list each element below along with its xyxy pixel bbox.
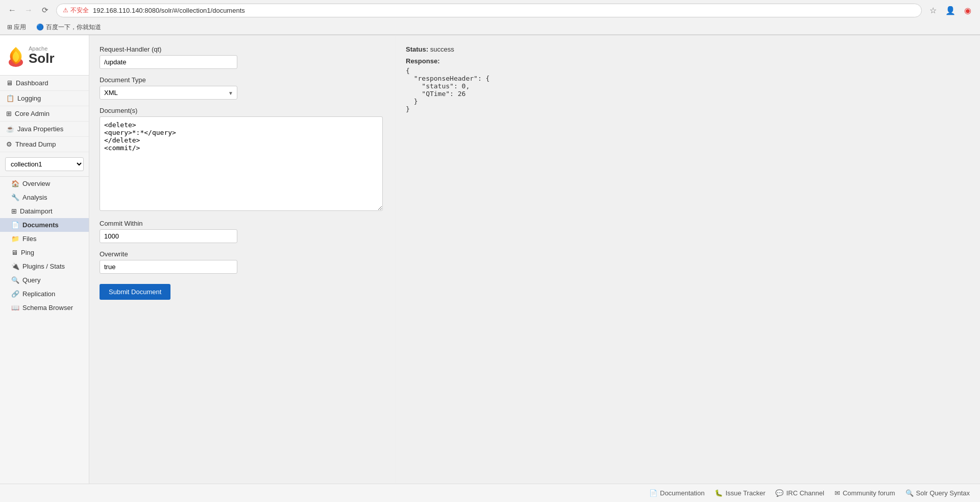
sidebar-sub-item-schema-browser[interactable]: 📖 Schema Browser [0, 301, 89, 315]
main-container: Apache Solr 🖥 Dashboard 📋 Logging ⊞ Core… [0, 35, 980, 484]
forward-button[interactable]: → [21, 3, 36, 17]
sidebar-sub-item-analysis[interactable]: 🔧 Analysis [0, 190, 89, 204]
sidebar-label-schema-browser: Schema Browser [22, 304, 73, 312]
bookmark-baidu[interactable]: 🔵 百度一下，你就知道 [34, 22, 103, 33]
documents-label: Document(s) [100, 107, 385, 114]
dataimport-icon: ⊞ [11, 207, 17, 215]
sidebar-sub-item-query[interactable]: 🔍 Query [0, 273, 89, 287]
sidebar-label-ping: Ping [21, 249, 34, 256]
sidebar-item-java-properties[interactable]: ☕ Java Properties [0, 122, 89, 137]
footer-link-irc-channel[interactable]: 💬 IRC Channel [775, 489, 824, 497]
sidebar-label-documents: Documents [22, 221, 59, 229]
sidebar-item-thread-dump[interactable]: ⚙ Thread Dump [0, 137, 89, 152]
collection-select[interactable]: collection1 [5, 157, 84, 171]
sidebar-label-overview: Overview [22, 180, 50, 187]
footer-label-solr-query-syntax: Solr Query Syntax [916, 489, 970, 497]
refresh-button[interactable]: ⟳ [38, 3, 52, 17]
request-handler-row: Request-Handler (qt) [100, 45, 385, 69]
right-panel: Request-Handler (qt) Document Type XML J… [89, 35, 980, 484]
url-text: 192.168.110.140:8080/solr/#/collection1/… [93, 7, 245, 14]
response-body: { "responseHeader": { "status": 0, "QTim… [406, 67, 970, 113]
status-value: success [430, 45, 454, 53]
commit-within-label: Commit Within [100, 220, 385, 227]
documentation-icon: 📄 [649, 489, 657, 497]
footer: 📄 Documentation 🐛 Issue Tracker 💬 IRC Ch… [0, 484, 980, 502]
page-wrapper: ← → ⟳ ⚠ 不安全 192.168.110.140:8080/solr/#/… [0, 0, 980, 502]
sidebar-label-plugins-stats: Plugins / Stats [22, 262, 65, 270]
logo-text-area: Apache Solr [29, 45, 55, 65]
close-button[interactable]: ◉ [961, 3, 975, 17]
dashboard-icon: 🖥 [6, 79, 13, 87]
sidebar-sub-item-replication[interactable]: 🔗 Replication [0, 287, 89, 301]
files-icon: 📁 [11, 235, 19, 243]
logo-solr: Solr [29, 52, 55, 65]
community-forum-icon: ✉ [835, 489, 840, 497]
sidebar-item-dashboard[interactable]: 🖥 Dashboard [0, 76, 89, 91]
document-type-select[interactable]: XML JSON CSV Document Builder [100, 86, 237, 100]
request-handler-label: Request-Handler (qt) [100, 45, 385, 53]
collection-selector-wrap: collection1 [0, 152, 89, 177]
sidebar-label-logging: Logging [17, 94, 41, 102]
address-bar[interactable]: ⚠ 不安全 192.168.110.140:8080/solr/#/collec… [56, 4, 922, 17]
solr-flame-icon [5, 43, 27, 67]
sidebar-label-query: Query [22, 276, 40, 284]
bookmark-apps[interactable]: ⊞ 应用 [5, 22, 28, 33]
documents-textarea[interactable]: <delete> <query>*:*</query> </delete> <c… [100, 116, 383, 211]
response-label: Response: [406, 57, 439, 65]
sidebar-sub-item-dataimport[interactable]: ⊞ Dataimport [0, 204, 89, 218]
nav-buttons: ← → ⟳ [5, 3, 52, 17]
submit-document-button[interactable]: Submit Document [100, 284, 170, 300]
sidebar-label-dashboard: Dashboard [16, 79, 48, 87]
sidebar-label-files: Files [22, 235, 36, 243]
footer-link-solr-query-syntax[interactable]: 🔍 Solr Query Syntax [905, 489, 970, 497]
documents-form: Request-Handler (qt) Document Type XML J… [89, 35, 396, 484]
response-area: Status: success Response: { "responseHea… [396, 35, 980, 484]
java-properties-icon: ☕ [6, 125, 14, 133]
logging-icon: 📋 [6, 94, 14, 102]
overwrite-input[interactable] [100, 260, 237, 274]
footer-link-documentation[interactable]: 📄 Documentation [649, 489, 704, 497]
schema-browser-icon: 📖 [11, 304, 19, 312]
sidebar-sub-item-files[interactable]: 📁 Files [0, 232, 89, 246]
sidebar-label-dataimport: Dataimport [20, 207, 53, 215]
overwrite-label: Overwrite [100, 250, 385, 258]
status-label: Status: [406, 45, 428, 53]
toolbar-right: ☆ 👤 ◉ [926, 3, 975, 17]
footer-link-issue-tracker[interactable]: 🐛 Issue Tracker [715, 489, 765, 497]
documents-row: Document(s) <delete> <query>*:*</query> … [100, 107, 385, 212]
plugins-stats-icon: 🔌 [11, 262, 19, 270]
sidebar-sub-item-documents[interactable]: 📄 Documents [0, 218, 89, 232]
document-type-row: Document Type XML JSON CSV Document Buil… [100, 76, 385, 100]
footer-label-community-forum: Community forum [843, 489, 895, 497]
sidebar-item-logging[interactable]: 📋 Logging [0, 91, 89, 106]
request-handler-input[interactable] [100, 55, 237, 69]
overwrite-row: Overwrite [100, 250, 385, 274]
sidebar-label-thread-dump: Thread Dump [15, 140, 56, 148]
documents-icon: 📄 [11, 221, 19, 229]
solr-query-syntax-icon: 🔍 [905, 489, 914, 497]
bookmarks-bar: ⊞ 应用 🔵 百度一下，你就知道 [0, 20, 980, 35]
sidebar: Apache Solr 🖥 Dashboard 📋 Logging ⊞ Core… [0, 35, 89, 484]
browser-toolbar: ← → ⟳ ⚠ 不安全 192.168.110.140:8080/solr/#/… [0, 0, 980, 20]
profile-button[interactable]: 👤 [943, 3, 958, 17]
issue-tracker-icon: 🐛 [715, 489, 723, 497]
star-button[interactable]: ☆ [926, 3, 940, 17]
sidebar-logo: Apache Solr [0, 35, 89, 76]
warning-triangle-icon: ⚠ [63, 7, 68, 14]
back-button[interactable]: ← [5, 3, 19, 17]
sidebar-sub-item-plugins-stats[interactable]: 🔌 Plugins / Stats [0, 259, 89, 273]
ping-icon: 🖥 [11, 249, 18, 256]
sidebar-item-core-admin[interactable]: ⊞ Core Admin [0, 106, 89, 122]
footer-link-community-forum[interactable]: ✉ Community forum [835, 489, 895, 497]
sidebar-sub-item-ping[interactable]: 🖥 Ping [0, 246, 89, 259]
document-type-select-wrap: XML JSON CSV Document Builder ▼ [100, 86, 237, 100]
sidebar-sub-item-overview[interactable]: 🏠 Overview [0, 177, 89, 190]
commit-within-input[interactable] [100, 229, 237, 243]
thread-dump-icon: ⚙ [6, 140, 12, 148]
footer-label-issue-tracker: Issue Tracker [725, 489, 765, 497]
browser-chrome: ← → ⟳ ⚠ 不安全 192.168.110.140:8080/solr/#/… [0, 0, 980, 35]
sidebar-label-analysis: Analysis [22, 194, 47, 201]
response-section: Response: { "responseHeader": { "status"… [406, 57, 970, 113]
security-text: 不安全 [70, 6, 89, 15]
security-warning: ⚠ 不安全 [63, 6, 89, 15]
